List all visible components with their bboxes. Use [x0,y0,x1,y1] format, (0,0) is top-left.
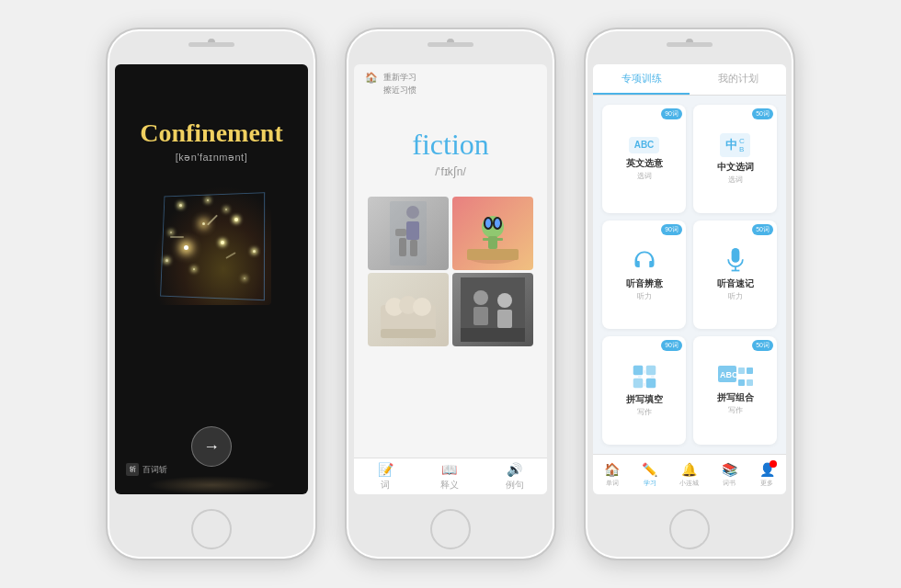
tab-meaning[interactable]: 📖 释义 [440,462,459,492]
mode-grid: 90词 ABC 英文选意 选词 50词 中 C B [593,96,786,454]
img-icon-1 [368,197,449,270]
topbar: 🏠 重新学习 擦近习惯 [354,64,547,100]
nav-label1: 重新学习 [383,72,416,84]
svg-rect-27 [731,248,739,263]
headphone-icon [632,248,657,274]
svg-text:ABC: ABC [720,370,736,379]
svg-point-19 [413,298,431,316]
image-grid [368,197,533,346]
home-button-2[interactable] [430,509,471,549]
svg-rect-7 [467,249,519,260]
bottom-study-label: 学习 [644,479,656,488]
badge-1: 90词 [661,108,682,119]
svg-point-24 [497,293,512,308]
phonetic-display: /ˈfɪkʃn/ [435,165,466,178]
mode-card-eng-meaning[interactable]: 90词 ABC 英文选意 选词 [602,105,686,213]
mode-sub-3: 听力 [637,291,652,301]
screen3: 专项训练 我的计划 90词 ABC 英文选意 选词 [593,64,786,494]
badge-5: 90词 [661,340,682,351]
mode-title-6: 拼写组合 [717,391,754,404]
svg-rect-25 [497,310,512,328]
home-bottom-icon: 🏠 [604,462,620,477]
bottom-chain[interactable]: 🔔 小连城 [679,462,699,488]
mode-sub-2: 选词 [728,175,743,185]
screen1: Confinement [kən'faɪnmənt] [115,64,308,494]
tab-special-training[interactable]: 专项训练 [593,64,690,95]
bottom-tabs: 📝 词 📖 释义 🔊 例句 [354,458,547,494]
home-button-3[interactable] [669,509,710,549]
svg-rect-13 [488,236,497,249]
tab-sentence[interactable]: 🔊 例句 [506,462,524,492]
bottom-chain-label: 小连城 [679,479,699,488]
badge-4: 50词 [752,224,773,235]
svg-rect-36 [738,368,745,374]
home-button[interactable] [191,509,232,549]
svg-rect-26 [461,328,525,342]
tab-meaning-icon: 📖 [441,462,457,477]
tab-sentence-icon: 🔊 [507,462,522,477]
mode-card-spell-fill[interactable]: 90词 拼写填空 写作 [602,336,686,445]
tab-word-label: 词 [381,479,390,492]
bottom-study[interactable]: ✏️ 学习 [642,462,657,488]
badge-3: 90词 [661,224,682,235]
svg-rect-33 [645,379,656,389]
svg-point-1 [406,206,419,219]
bottom-book-label: 词书 [723,479,736,488]
tab-sentence-label: 例句 [506,479,524,492]
book-bottom-icon: 📚 [722,462,737,477]
phone-1: Confinement [kən'faɪnmənt] [106,28,317,560]
abc-icon: ABC [629,137,660,153]
badge-6: 50词 [752,340,773,351]
bottom-bar: 🏠 单词 ✏️ 学习 🔔 小连城 📚 词书 👤 [593,454,786,494]
phone-2: 🏠 重新学习 擦近习惯 fiction /ˈfɪkʃn/ [345,28,556,560]
abc-small-icon: ABC [718,366,736,388]
app-badge: 斩 百词斩 [126,463,167,476]
mode-title-4: 听音速记 [717,277,754,290]
bottom-more-label: 更多 [760,479,773,488]
nav-row2: 擦近习惯 [365,85,536,96]
bottom-home[interactable]: 🏠 单词 [604,462,620,488]
svg-rect-31 [645,366,656,376]
main-word: Confinement [140,119,283,148]
mode-title-3: 听音辨意 [626,277,663,290]
svg-rect-39 [747,379,753,386]
home-icon[interactable]: 🏠 [365,72,378,84]
tab-word[interactable]: 📝 词 [378,462,393,492]
badge-logo: 斩 [126,463,139,476]
phone-3: 专项训练 我的计划 90词 ABC 英文选意 选词 [584,28,795,560]
word-image [152,186,271,305]
mode-card-listen-memo[interactable]: 50词 听音速记 听力 [693,220,777,329]
tab-word-icon: 📝 [378,462,393,477]
svg-rect-30 [633,366,643,376]
more-bottom-icon: 👤 [759,462,775,477]
puzzle-small-icon [738,368,753,386]
img-icon-2 [452,197,533,270]
bottom-home-label: 单词 [606,479,619,488]
mode-card-listen-meaning[interactable]: 90词 听音辨意 听力 [602,220,686,329]
bottom-more[interactable]: 👤 更多 [759,462,775,488]
image-cell-1 [368,197,449,270]
badge-text: 百词斩 [143,464,167,476]
bottom-book[interactable]: 📚 词书 [722,462,737,488]
svg-point-22 [473,290,488,305]
svg-rect-4 [399,238,406,256]
svg-rect-2 [406,221,419,240]
mode-card-zh-word[interactable]: 50词 中 C B 中文选词 选词 [693,105,777,213]
phonetic: [kən'faɪnmənt] [176,152,247,164]
zh-icon: 中 C B [720,133,750,157]
svg-rect-38 [738,379,745,386]
mode-sub-6: 写作 [728,405,743,415]
combo-icon-wrapper: ABC [718,366,753,388]
svg-rect-32 [633,379,643,389]
svg-rect-3 [395,229,406,236]
mode-sub-1: 选词 [637,171,652,181]
study-bottom-icon: ✏️ [642,462,657,477]
tab-meaning-label: 释义 [440,479,459,492]
svg-rect-37 [747,368,753,374]
svg-rect-15 [496,238,503,241]
mode-sub-4: 听力 [728,291,743,301]
image-cell-2 [452,197,533,270]
mode-card-spell-combo[interactable]: 50词 ABC 拼写组合 写作 [693,336,777,445]
tab-my-plan[interactable]: 我的计划 [690,64,786,95]
next-arrow-button[interactable]: → [191,426,232,467]
